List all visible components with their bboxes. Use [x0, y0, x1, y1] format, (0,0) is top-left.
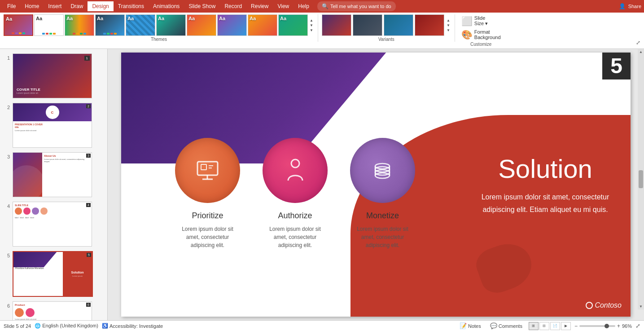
tab-design[interactable]: Design: [88, 1, 113, 11]
search-icon: 🔍: [322, 3, 329, 9]
circle-2-text: Lorem ipsum dolor sit amet, consectetur …: [264, 225, 327, 249]
accessibility-icon: ♿: [102, 323, 108, 329]
slide-item-3[interactable]: 3 About Us Lorem ipsum dolor sit amet, c…: [2, 151, 105, 198]
theme-thumb-10[interactable]: Aa: [278, 14, 308, 36]
share-button[interactable]: Share: [628, 4, 641, 9]
slide-item-6[interactable]: 6 Product Lorem ipsum dolor sit amet 6: [2, 300, 105, 320]
tab-animations[interactable]: Animations: [149, 1, 184, 11]
tab-view[interactable]: View: [273, 1, 294, 11]
slide-info: Slide 5 of 24: [4, 323, 31, 329]
theme-thumb-6[interactable]: Aa: [156, 14, 186, 36]
tab-file[interactable]: File: [3, 1, 20, 11]
theme-thumb-7[interactable]: Aa: [187, 14, 216, 36]
slide-size-icon: ⬜: [461, 16, 473, 26]
variants-label: Variants: [378, 37, 394, 42]
svg-point-6: [291, 159, 299, 168]
theme-thumb-3[interactable]: Aa: [65, 14, 94, 36]
contoso-logo: Contoso: [586, 301, 622, 309]
variant-3[interactable]: [384, 14, 413, 36]
slide-sorter-button[interactable]: ⊟: [539, 322, 549, 330]
slide-size-button[interactable]: ⬜ Slide Size ▾: [459, 14, 504, 27]
tab-slideshow[interactable]: Slide Show: [184, 1, 220, 11]
reading-view-button[interactable]: 📄: [550, 322, 560, 330]
slide-number-badge: 5: [602, 53, 631, 79]
theme-thumb-5[interactable]: Aa: [126, 14, 155, 36]
circle-2-label: Authorize: [278, 211, 312, 221]
svg-rect-3: [201, 164, 206, 170]
variant-2[interactable]: [353, 14, 382, 36]
tab-review[interactable]: Review: [246, 1, 273, 11]
themes-label: Themes: [151, 37, 167, 42]
share-icon: 👤: [619, 3, 626, 9]
zoom-bar[interactable]: − + 96%: [574, 323, 632, 329]
normal-view-button[interactable]: ⊞: [529, 322, 539, 330]
theme-thumb-1[interactable]: Aa: [4, 14, 33, 36]
vertical-scrollbar[interactable]: ▲ ▼: [638, 49, 644, 309]
slide-item-5[interactable]: 5 Prioritize Authorize Monetize Solution…: [2, 250, 105, 298]
format-bg-icon: 🎨: [461, 29, 473, 40]
slide-canvas-area: 5: [108, 49, 644, 320]
svg-rect-0: [197, 162, 218, 175]
tab-help[interactable]: Help: [294, 1, 314, 11]
comments-icon: 💬: [490, 322, 497, 329]
circle-1-text: Lorem ipsum dolor sit amet, consectetur …: [176, 225, 239, 249]
circle-authorize: Authorize Lorem ipsum dolor sit amet, co…: [263, 138, 328, 249]
accessibility-button[interactable]: ♿ Accessibility: Investigate: [102, 323, 163, 329]
solution-title: Solution: [498, 154, 592, 184]
zoom-slider[interactable]: [579, 325, 615, 327]
notes-button[interactable]: 📝 Notes: [457, 322, 484, 330]
circle-1-label: Prioritize: [192, 211, 223, 221]
slide-item-1[interactable]: 1 COVER TITLE Lorem ipsum dolor sit 1: [2, 53, 105, 99]
zoom-out-button[interactable]: −: [574, 323, 578, 329]
circle-prioritize: Prioritize Lorem ipsum dolor sit amet, c…: [175, 138, 240, 249]
themes-scroll[interactable]: ▲ ▼ ▼: [309, 14, 314, 36]
tab-home[interactable]: Home: [20, 1, 44, 11]
tab-record[interactable]: Record: [220, 1, 246, 11]
slide-item-4[interactable]: 4 SLIDE TITLE label label label label: [2, 201, 105, 247]
theme-thumb-8[interactable]: Aa: [217, 14, 247, 36]
variant-4[interactable]: [415, 14, 444, 36]
slide-panel: 1 COVER TITLE Lorem ipsum dolor sit 1 2: [0, 49, 108, 320]
status-bar: Slide 5 of 24 🌐 English (United Kingdom)…: [0, 320, 644, 331]
slideshow-view-button[interactable]: ▶: [561, 322, 571, 330]
theme-thumb-9[interactable]: Aa: [248, 14, 277, 36]
zoom-level[interactable]: 96%: [622, 323, 632, 329]
circle-monetize: Monetize Lorem ipsum dolor sit amet, con…: [350, 138, 415, 249]
customize-label: Customize: [470, 42, 491, 47]
format-background-button[interactable]: 🎨 Format Background: [459, 28, 504, 41]
comments-button[interactable]: 💬 Comments: [487, 322, 525, 330]
ribbon-expand-button[interactable]: ⤢: [636, 40, 640, 46]
zoom-in-button[interactable]: +: [617, 323, 620, 329]
circle-3-label: Monetize: [366, 211, 399, 221]
fit-slide-button[interactable]: ⤢: [635, 322, 640, 329]
variant-1[interactable]: [322, 14, 351, 36]
tab-draw[interactable]: Draw: [66, 1, 88, 11]
slide-item-2[interactable]: 2 C PRESENTATION 1 COVER title Lorem ips…: [2, 102, 105, 149]
tell-me-input[interactable]: 🔍 Tell me what you want to do: [317, 1, 396, 11]
circle-3-text: Lorem ipsum dolor sit amet, consectetur …: [351, 225, 414, 249]
tab-insert[interactable]: Insert: [44, 1, 66, 11]
solution-text: Lorem ipsum dolor sit amet, consectetur …: [478, 191, 613, 215]
notes-icon: 📝: [460, 322, 467, 329]
slide-canvas: 5: [121, 53, 631, 317]
tab-transitions[interactable]: Transitions: [114, 1, 149, 11]
variants-scroll[interactable]: ▲ ▼ ▼: [446, 14, 451, 36]
language-indicator[interactable]: 🌐 English (United Kingdom): [35, 323, 98, 329]
theme-thumb-4[interactable]: Aa: [95, 14, 125, 36]
theme-thumb-2[interactable]: Aa: [34, 14, 64, 36]
language-icon: 🌐: [35, 323, 41, 328]
